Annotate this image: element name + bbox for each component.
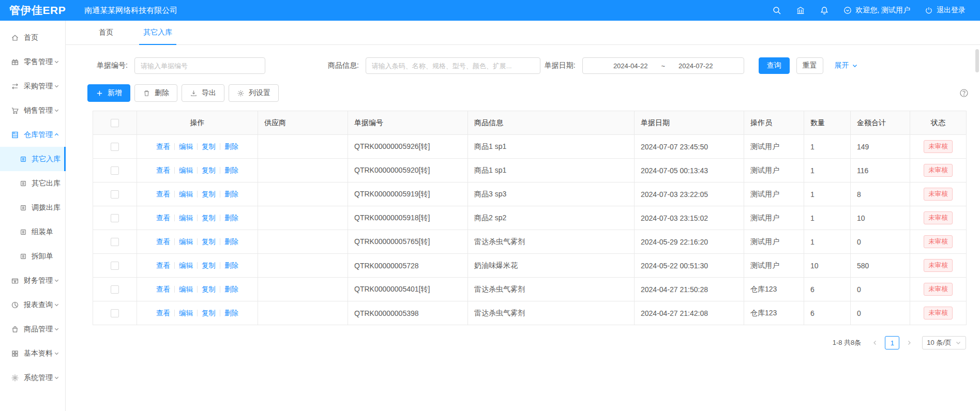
sidebar-item-retail[interactable]: 零售管理 (0, 50, 65, 74)
delete-link[interactable]: 删除 (224, 214, 238, 222)
copy-link[interactable]: 复制 (202, 190, 216, 198)
bag-icon (11, 325, 19, 333)
main-content: 首页 其它入库 单据编号: 商品信息: 单据日期: 2024-04-22 ~ 2… (66, 21, 980, 411)
copy-link[interactable]: 复制 (202, 285, 216, 293)
row-checkbox[interactable] (111, 166, 119, 175)
row-checkbox[interactable] (111, 143, 119, 151)
goods-input[interactable] (366, 57, 540, 74)
select-all-checkbox[interactable] (111, 119, 119, 127)
edit-link[interactable]: 编辑 (179, 285, 193, 293)
row-checkbox[interactable] (111, 285, 119, 294)
chevron-down-icon (852, 63, 858, 69)
sidebar-item-purchase[interactable]: 采购管理 (0, 74, 65, 98)
view-link[interactable]: 查看 (156, 190, 170, 198)
sidebar-item-finance[interactable]: 财务管理 (0, 268, 65, 293)
delete-link[interactable]: 删除 (224, 285, 238, 293)
sidebar-item-assembly[interactable]: 组装单 (0, 220, 65, 244)
copy-link[interactable]: 复制 (202, 262, 216, 269)
row-checkbox[interactable] (111, 214, 119, 222)
wallet-icon (11, 277, 19, 285)
app-header: 管伊佳ERP 南通某某网络科技有限公司 欢迎您, 测试用户 退出登录 (0, 0, 980, 21)
delete-link[interactable]: 删除 (224, 309, 238, 317)
user-menu[interactable]: 欢迎您, 测试用户 (843, 6, 910, 15)
sidebar-item-other-outbound[interactable]: 其它出库 (0, 171, 65, 195)
expand-toggle[interactable]: 展开 (835, 61, 858, 70)
view-link[interactable]: 查看 (156, 262, 170, 269)
trash-icon (143, 89, 150, 97)
page-number[interactable]: 1 (885, 336, 899, 349)
qty-cell: 6 (804, 301, 851, 325)
copy-link[interactable]: 复制 (202, 309, 216, 317)
delete-link[interactable]: 删除 (224, 166, 238, 174)
add-button[interactable]: 新增 (87, 84, 130, 102)
qty-cell: 1 (804, 135, 851, 159)
table-row: 查看编辑复制删除 QTRK00000005398 雷达杀虫气雾剂 2024-04… (93, 301, 967, 325)
view-link[interactable]: 查看 (156, 143, 170, 150)
sidebar-item-warehouse[interactable]: 仓库管理 (0, 123, 65, 147)
row-checkbox[interactable] (111, 238, 119, 246)
copy-link[interactable]: 复制 (202, 238, 216, 246)
edit-link[interactable]: 编辑 (179, 143, 193, 150)
date-range-picker[interactable]: 2024-04-22 ~ 2024-07-22 (582, 57, 744, 74)
goods-cell: 商品1 sp1 (468, 135, 635, 159)
edit-link[interactable]: 编辑 (179, 166, 193, 174)
bank-icon[interactable] (796, 6, 805, 15)
order-no-cell: QTRK00000005919[转] (348, 182, 468, 206)
table-header-row: 操作 供应商 单据编号 商品信息 单据日期 操作员 数量 金额合计 状态 (93, 111, 967, 135)
row-checkbox[interactable] (111, 190, 119, 199)
goods-cell: 商品1 sp1 (468, 159, 635, 182)
order-no-input[interactable] (134, 57, 265, 74)
edit-link[interactable]: 编辑 (179, 214, 193, 222)
sidebar-item-basic-data[interactable]: 基本资料 (0, 341, 65, 366)
delete-button[interactable]: 删除 (134, 84, 177, 102)
sidebar-item-home[interactable]: 首页 (0, 25, 65, 50)
sidebar-item-transfer-outbound[interactable]: 调拨出库 (0, 195, 65, 220)
view-link[interactable]: 查看 (156, 166, 170, 174)
sidebar-item-reports[interactable]: 报表查询 (0, 293, 65, 317)
export-button[interactable]: 导出 (182, 84, 224, 102)
sidebar-item-disassembly[interactable]: 拆卸单 (0, 244, 65, 268)
copy-link[interactable]: 复制 (202, 166, 216, 174)
date-cell: 2024-04-27 21:42:08 (635, 301, 744, 325)
delete-link[interactable]: 删除 (224, 190, 238, 198)
view-link[interactable]: 查看 (156, 309, 170, 317)
delete-link[interactable]: 删除 (224, 238, 238, 246)
date-separator: ~ (661, 62, 665, 70)
row-checkbox[interactable] (111, 309, 119, 317)
view-link[interactable]: 查看 (156, 238, 170, 246)
bell-icon[interactable] (820, 6, 829, 15)
help-icon[interactable] (959, 88, 969, 98)
edit-link[interactable]: 编辑 (179, 309, 193, 317)
search-icon[interactable] (772, 6, 781, 15)
page-size-select[interactable]: 10 条/页 (922, 336, 966, 349)
sidebar-item-sales[interactable]: 销售管理 (0, 98, 65, 123)
col-goods: 商品信息 (468, 111, 635, 135)
prev-page-button[interactable] (868, 336, 882, 349)
edit-link[interactable]: 编辑 (179, 262, 193, 269)
pagination: 1-8 共8条 1 10 条/页 (66, 336, 966, 349)
search-button[interactable]: 查询 (759, 57, 790, 74)
chevron-down-icon (54, 83, 59, 89)
delete-link[interactable]: 删除 (224, 262, 238, 269)
sidebar-item-system[interactable]: 系统管理 (0, 366, 65, 390)
reset-button[interactable]: 重置 (796, 57, 823, 74)
row-checkbox[interactable] (111, 262, 119, 270)
delete-link[interactable]: 删除 (224, 143, 238, 150)
copy-link[interactable]: 复制 (202, 214, 216, 222)
chevron-down-icon (54, 302, 59, 308)
scrollbar-thumb[interactable] (975, 49, 979, 72)
col-status: 状态 (910, 111, 967, 135)
edit-link[interactable]: 编辑 (179, 238, 193, 246)
sidebar-item-goods[interactable]: 商品管理 (0, 317, 65, 341)
tab-home[interactable]: 首页 (99, 21, 113, 44)
view-link[interactable]: 查看 (156, 214, 170, 222)
edit-link[interactable]: 编辑 (179, 190, 193, 198)
column-settings-button[interactable]: 列设置 (229, 84, 279, 102)
view-link[interactable]: 查看 (156, 285, 170, 293)
filter-bar: 单据编号: 商品信息: 单据日期: 2024-04-22 ~ 2024-07-2… (66, 45, 980, 84)
sidebar-item-other-inbound[interactable]: 其它入库 (0, 147, 65, 171)
copy-link[interactable]: 复制 (202, 143, 216, 150)
tab-other-inbound[interactable]: 其它入库 (143, 21, 172, 44)
logout-button[interactable]: 退出登录 (925, 6, 966, 15)
next-page-button[interactable] (902, 336, 916, 349)
